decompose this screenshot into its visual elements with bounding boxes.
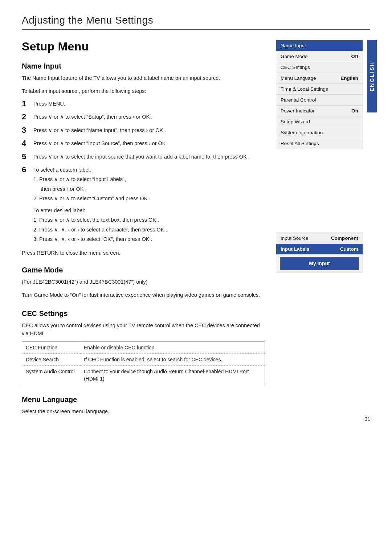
step-6-content: To select a custom label: 1. Press ∨ or … bbox=[33, 165, 265, 245]
sidebar-area: ENGLISH Name Input Game Mode Off CEC Set… bbox=[276, 40, 370, 418]
page-container: Adjusting the Menu Settings Setup Menu N… bbox=[0, 0, 392, 433]
menu-language-body: Select the on-screen menu language. bbox=[22, 407, 265, 415]
menu-item-setup-wizard[interactable]: Setup Wizard bbox=[276, 116, 363, 127]
cec-desc-3: Connect to your device though Audio Retu… bbox=[80, 366, 265, 385]
main-layout: Setup Menu Name Input The Name Input fea… bbox=[22, 40, 370, 418]
step-2-content: Press ∨ or ∧ to select “Setup”, then pre… bbox=[33, 112, 265, 121]
content-area: Setup Menu Name Input The Name Input fea… bbox=[22, 40, 276, 418]
menu-item-name-input[interactable]: Name Input bbox=[276, 40, 363, 51]
step-6-sub-3: 2. Press ∨ or ∧ to select “Custom” and p… bbox=[33, 194, 265, 202]
return-line: Press RETURN to close the menu screen. bbox=[22, 250, 265, 256]
menu-item-cec-settings[interactable]: CEC Settings bbox=[276, 62, 363, 73]
menu-item-system-info[interactable]: System Information bbox=[276, 127, 363, 138]
enter-sub: 1. Press ∨ or ∧ to select the text box, … bbox=[33, 216, 265, 243]
name-input-intro2: To label an input source , perform the f… bbox=[22, 87, 265, 95]
input-labels-item[interactable]: Input Labels Custom bbox=[276, 244, 363, 255]
name-input-steps: 1 Press MENU. 2 Press ∨ or ∧ to select “… bbox=[22, 99, 265, 245]
step-6-text: To select a custom label: bbox=[33, 167, 91, 173]
menu-panel: Name Input Game Mode Off CEC Settings Me… bbox=[276, 40, 363, 149]
step-1-content: Press MENU. bbox=[33, 99, 265, 108]
step-3: 3 Press ∨ or ∧ to select “Name Input”, t… bbox=[22, 126, 265, 135]
game-mode-title: Game Mode bbox=[22, 266, 265, 274]
step-6: 6 To select a custom label: 1. Press ∨ o… bbox=[22, 165, 265, 245]
step-1: 1 Press MENU. bbox=[22, 99, 265, 108]
input-source-item[interactable]: Input Source Component bbox=[276, 233, 363, 244]
menu-item-power-indicator[interactable]: Power Indicator On bbox=[276, 106, 363, 116]
enter-sub-1: 1. Press ∨ or ∧ to select the text box, … bbox=[33, 216, 265, 224]
menu-item-time-local[interactable]: Time & Local Settings bbox=[276, 84, 363, 95]
step-4-content: Press ∨ or ∧ to select “Input Source”, t… bbox=[33, 139, 265, 147]
page-number: 31 bbox=[364, 416, 370, 422]
step-6-sub: 1. Press ∨ or ∧ to select “Input Labels”… bbox=[33, 175, 265, 202]
menu-item-reset-all[interactable]: Reset All Settings bbox=[276, 138, 363, 149]
input-panel: Input Source Component Input Labels Cust… bbox=[276, 233, 363, 272]
game-mode-body: Turn Game Mode to “On” for fast interact… bbox=[22, 291, 265, 299]
name-input-intro1: The Name Input feature of the TV allows … bbox=[22, 74, 265, 82]
name-input-title: Name Input bbox=[22, 62, 265, 70]
cec-title: CEC Settings bbox=[22, 309, 265, 318]
step-5: 5 Press ∨ or ∧ to select the input sourc… bbox=[22, 152, 265, 161]
cec-label-2: Device Search bbox=[22, 353, 80, 365]
cec-desc-1: Enable or disable CEC function. bbox=[80, 341, 265, 353]
enter-label: To enter desired label: bbox=[33, 206, 265, 214]
cec-desc-2: If CEC Function is enabled, select to se… bbox=[80, 353, 265, 365]
enter-sub-3: 3. Press ∨, ∧, ‹ or › to select “OK”, th… bbox=[33, 235, 265, 243]
section-main-title: Setup Menu bbox=[22, 40, 265, 53]
page-header: Adjusting the Menu Settings bbox=[22, 15, 370, 30]
cec-row-2: Device Search If CEC Function is enabled… bbox=[22, 353, 265, 365]
english-tab: ENGLISH bbox=[367, 40, 377, 112]
enter-sub-2: 2. Press ∨, ∧, ‹ or › to select a charac… bbox=[33, 226, 265, 234]
menu-language-title: Menu Language bbox=[22, 395, 265, 404]
cec-label-3: System Audio Control bbox=[22, 366, 80, 385]
step-2: 2 Press ∨ or ∧ to select “Setup”, then p… bbox=[22, 112, 265, 122]
cec-body: CEC allows you to control devices using … bbox=[22, 321, 265, 338]
step-5-content: Press ∨ or ∧ to select the input source … bbox=[33, 152, 265, 161]
cec-label-1: CEC Function bbox=[22, 341, 80, 353]
cec-table: CEC Function Enable or disable CEC funct… bbox=[22, 341, 265, 385]
page-header-title: Adjusting the Menu Settings bbox=[22, 15, 153, 26]
step-6-sub-2: then press › or OK . bbox=[33, 185, 265, 193]
menu-item-parental-control[interactable]: Parental Control bbox=[276, 95, 363, 106]
step-6-sub-1: 1. Press ∨ or ∧ to select “Input Labels”… bbox=[33, 175, 265, 183]
cec-row-1: CEC Function Enable or disable CEC funct… bbox=[22, 341, 265, 353]
my-input-box: My Input bbox=[280, 257, 359, 270]
step-4: 4 Press ∨ or ∧ to select “Input Source”,… bbox=[22, 139, 265, 148]
menu-item-game-mode[interactable]: Game Mode Off bbox=[276, 51, 363, 62]
cec-row-3: System Audio Control Connect to your dev… bbox=[22, 366, 265, 385]
step-3-content: Press ∨ or ∧ to select “Name Input”, the… bbox=[33, 126, 265, 134]
game-mode-subtitle: (For JLE42BC3001(42”) and JLE47BC3001(47… bbox=[22, 278, 265, 286]
menu-item-menu-language[interactable]: Menu Language English bbox=[276, 73, 363, 84]
